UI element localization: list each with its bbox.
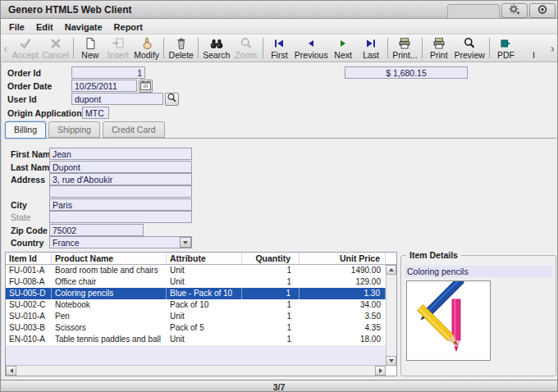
- tab-billing[interactable]: Billing: [5, 121, 46, 139]
- table-cell: 34.00: [300, 299, 386, 311]
- tab-credit-card[interactable]: Credit Card: [103, 121, 165, 138]
- col-header-attribute[interactable]: Attribute: [167, 253, 242, 264]
- toolbar-separator: [73, 38, 74, 58]
- gear-icon: [508, 3, 521, 19]
- binoculars-icon: [209, 36, 224, 50]
- first-record-icon: [272, 36, 286, 50]
- table-cell: 1: [242, 276, 300, 288]
- table-cell: 3.50: [300, 311, 386, 322]
- toolbar-separator: [422, 38, 423, 58]
- table-cell: SU-005-D: [6, 288, 52, 299]
- table-cell: Board room table and chairs: [52, 265, 167, 276]
- cancel-button[interactable]: Cancel: [40, 34, 71, 62]
- vertical-scrollbar[interactable]: [386, 265, 396, 366]
- menu-navigate[interactable]: Navigate: [65, 22, 103, 32]
- table-cell: Unit: [167, 334, 242, 345]
- table-row[interactable]: FU-008-AOffice chairUnit1129.00: [6, 276, 386, 288]
- table-row[interactable]: EN-010-ATable tennis paddles and ballUni…: [6, 334, 386, 345]
- table-cell: Pack of 10: [167, 299, 242, 311]
- toolbar-separator: [198, 38, 199, 58]
- table-row[interactable]: SU-002-CNotebookPack of 10134.00: [6, 299, 386, 311]
- first-name-field[interactable]: Jean: [49, 148, 192, 160]
- previous-button[interactable]: Previous: [293, 34, 329, 62]
- order-total-field: $ 1,680.15: [345, 66, 468, 79]
- table-cell: FU-001-A: [6, 265, 52, 276]
- next-record-icon: [336, 36, 350, 50]
- address-field[interactable]: 3, rue d'Aboukir: [49, 173, 192, 185]
- table-cell: Table tennis paddles and ball: [52, 334, 167, 345]
- origin-application-field[interactable]: MTC: [82, 107, 109, 119]
- table-row[interactable]: SU-003-BScissorsPack of 514.35: [6, 322, 386, 334]
- statusbar: 3/7: [1, 380, 557, 392]
- delete-button[interactable]: Delete: [167, 34, 195, 62]
- col-header-product-name[interactable]: Product Name: [52, 253, 167, 264]
- tab-shipping[interactable]: Shipping: [48, 121, 100, 138]
- scroll-left-button[interactable]: [6, 366, 16, 376]
- titlebar-tab-placeholder: [447, 4, 500, 18]
- zip-code-field[interactable]: 75002: [49, 224, 144, 236]
- toolbar: ‹ Accept Cancel New Insert Modify Delete: [1, 34, 557, 62]
- table-row[interactable]: SU-010-APenUnit13.50: [6, 311, 386, 322]
- menu-file[interactable]: File: [9, 22, 25, 32]
- scroll-down-button[interactable]: [386, 356, 396, 366]
- search-button[interactable]: Search: [201, 34, 231, 62]
- pdf-icon: [499, 36, 512, 50]
- col-header-item-id[interactable]: Item Id: [6, 253, 52, 264]
- accept-button[interactable]: Accept: [11, 34, 41, 62]
- scroll-down-icon: [389, 359, 394, 362]
- col-header-unit-price[interactable]: Unit Price: [300, 253, 386, 264]
- table-cell: 129.00: [300, 276, 386, 288]
- toolbar-scroll-left-icon[interactable]: ‹: [1, 34, 11, 62]
- order-date-label: Order Date: [7, 81, 52, 91]
- last-button[interactable]: Last: [357, 34, 385, 62]
- search-magnifier-icon: [167, 92, 177, 107]
- next-button[interactable]: Next: [329, 34, 357, 62]
- print-dialog-button[interactable]: Print...: [391, 34, 419, 62]
- connection-status-button[interactable]: [529, 3, 556, 18]
- address-label: Address: [11, 175, 45, 185]
- scroll-right-button[interactable]: [375, 366, 386, 376]
- country-select[interactable]: France: [49, 236, 192, 248]
- first-button[interactable]: First: [265, 34, 293, 62]
- horizontal-scrollbar[interactable]: [6, 365, 386, 376]
- order-date-field[interactable]: 10/25/2011: [71, 80, 137, 92]
- address2-field[interactable]: [49, 185, 192, 198]
- toolbar-partial-button[interactable]: I: [519, 34, 547, 62]
- settings-button[interactable]: [501, 3, 528, 18]
- scroll-up-button[interactable]: [386, 265, 396, 275]
- user-id-label: User Id: [7, 94, 37, 104]
- order-id-label: Order Id: [7, 68, 41, 78]
- menu-edit[interactable]: Edit: [36, 22, 53, 32]
- table-cell: 4.35: [300, 322, 386, 334]
- col-header-quantity[interactable]: Quantity: [242, 253, 300, 264]
- colored-pencils-image: [407, 349, 490, 362]
- menu-report[interactable]: Report: [114, 22, 143, 32]
- toolbar-scroll-right-icon[interactable]: ›: [547, 34, 557, 62]
- record-position: 3/7: [273, 382, 286, 392]
- table-cell: 1490.00: [300, 265, 386, 276]
- table-cell: SU-003-B: [6, 322, 52, 334]
- table-header: Item Id Product Name Attribute Quantity …: [6, 253, 396, 265]
- state-field[interactable]: [49, 211, 192, 223]
- country-dropdown-button[interactable]: [180, 237, 191, 248]
- city-field[interactable]: Paris: [49, 198, 192, 211]
- modify-button[interactable]: Modify: [132, 34, 162, 62]
- user-id-field[interactable]: dupont: [71, 93, 163, 105]
- new-button[interactable]: New: [76, 34, 104, 62]
- zip-code-label: Zip Code: [11, 226, 48, 235]
- table-row[interactable]: FU-001-ABoard room table and chairsUnit1…: [6, 265, 386, 276]
- zoom-button[interactable]: Zoom: [232, 34, 260, 62]
- preview-button[interactable]: Preview: [453, 34, 487, 62]
- user-lookup-button[interactable]: [165, 93, 179, 106]
- calendar-button[interactable]: [139, 80, 153, 93]
- table-row[interactable]: SU-005-DColoring pencilsBlue - Pack of 1…: [6, 288, 386, 299]
- table-cell: 1: [242, 288, 300, 299]
- item-details-group: Item Details Coloring pencils: [400, 255, 556, 376]
- pdf-button[interactable]: PDF: [492, 34, 519, 62]
- printer-icon: [432, 36, 446, 50]
- table-cell: Blue - Pack of 10: [167, 288, 242, 299]
- print-button[interactable]: Print: [425, 34, 453, 62]
- last-name-field[interactable]: Dupont: [49, 161, 192, 173]
- order-id-field[interactable]: 1: [71, 66, 145, 79]
- insert-button[interactable]: Insert: [104, 34, 132, 62]
